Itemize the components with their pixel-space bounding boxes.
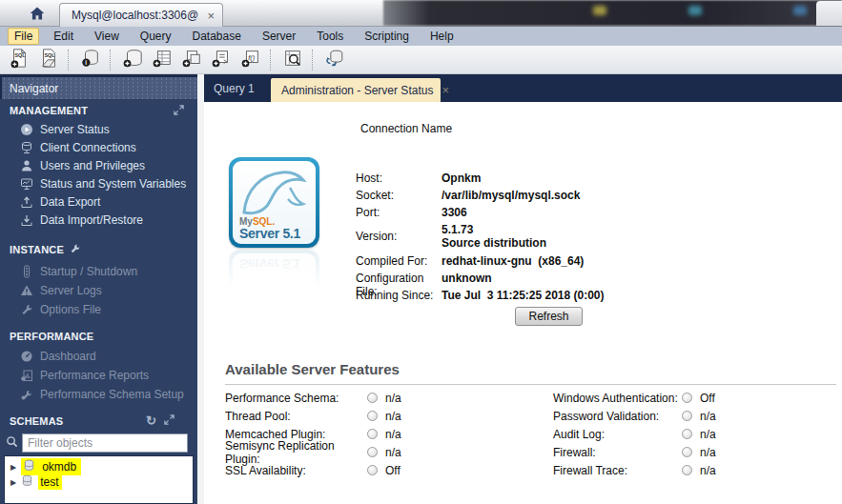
mysql-server-logo: MySQL. Server 5.1 [229, 157, 319, 248]
menu-database[interactable]: Database [182, 28, 252, 45]
feature-label: Semisync Replication Plugin: [225, 439, 367, 466]
menu-edit[interactable]: Edit [43, 28, 84, 45]
create-procedure-icon [211, 48, 232, 71]
schema-filter-input[interactable] [22, 433, 188, 453]
radio-icon[interactable] [367, 411, 378, 421]
tab-query-1-label: Query 1 [214, 82, 255, 95]
inspector-button[interactable]: i [77, 48, 103, 72]
create-function-icon: f() [240, 48, 261, 71]
monitor-graph-icon [19, 177, 33, 191]
section-management-label: MANAGEMENT [10, 105, 88, 116]
open-sql-script-button[interactable]: SQL [35, 48, 61, 72]
search-data-button[interactable] [279, 48, 305, 72]
import-down-arrow-icon [19, 213, 33, 227]
refresh-button[interactable]: Refresh [515, 307, 583, 326]
reconnect-dbms-button[interactable] [321, 48, 347, 72]
expander-triangle-icon[interactable]: ▶ [10, 478, 16, 487]
create-schema-button[interactable] [119, 48, 145, 72]
sidebar-item-data-import-restore[interactable]: Data Import/Restore [19, 212, 143, 229]
sidebar-item-startup-shutdown[interactable]: Startup / Shutdown [19, 263, 137, 280]
wrench-icon [19, 303, 33, 316]
tab-query-1[interactable]: Query 1 [202, 74, 266, 102]
info-label: Socket: [356, 189, 442, 202]
radio-icon[interactable] [367, 429, 378, 439]
create-view-button[interactable] [178, 48, 204, 72]
menu-scripting[interactable]: Scripting [354, 28, 420, 45]
radio-icon[interactable] [682, 411, 692, 421]
feature-firewall-trace: Firewall Trace: n/a [553, 461, 716, 479]
connection-tab[interactable]: Mysql@localhost:3306@10.1... × [59, 3, 223, 27]
tab-admin-close-icon[interactable]: × [442, 84, 449, 96]
create-procedure-button[interactable] [208, 48, 234, 72]
background-window-fragment [816, 1, 842, 26]
expander-triangle-icon[interactable]: ▶ [10, 463, 16, 472]
schema-row-okmdb[interactable]: ▶ okmdb [5, 459, 193, 474]
info-label: Port: [356, 206, 442, 219]
sidebar-item-label: Users and Privileges [40, 159, 145, 172]
create-table-button[interactable] [149, 48, 175, 72]
radio-icon[interactable] [682, 465, 692, 475]
info-value: /var/lib/mysql/mysql.sock [442, 189, 580, 202]
menu-file[interactable]: File [8, 28, 39, 45]
radio-icon[interactable] [682, 447, 692, 457]
sidebar-item-options-file[interactable]: Options File [19, 301, 101, 318]
svg-text:f(): f() [248, 53, 255, 62]
sidebar-item-performance-reports[interactable]: Performance Reports [19, 367, 149, 384]
schema-row-test[interactable]: ▶ test [5, 474, 193, 490]
menu-tools[interactable]: Tools [306, 28, 354, 45]
create-function-button[interactable]: f() [237, 48, 263, 72]
sidebar-item-label: Data Import/Restore [40, 213, 143, 227]
menu-bar: File Edit View Query Database Server Too… [0, 27, 842, 46]
section-instance-label: INSTANCE [10, 244, 64, 255]
feature-windows-authentication: Windows Authentication: Off [553, 389, 716, 407]
sidebar-content-divider[interactable] [197, 74, 204, 504]
radio-icon[interactable] [367, 393, 378, 403]
sidebar-item-performance-schema-setup[interactable]: Performance Schema Setup [19, 386, 184, 403]
tab-administration-server-status[interactable]: Administration - Server Status × [271, 78, 441, 102]
section-performance: PERFORMANCE [10, 331, 93, 342]
home-icon [29, 6, 46, 24]
sidebar-item-server-status[interactable]: Server Status [19, 121, 110, 138]
menu-query[interactable]: Query [130, 28, 182, 45]
features-left-column: Performance Schema: n/a Thread Pool: n/a… [225, 389, 401, 479]
menu-server[interactable]: Server [252, 28, 306, 45]
new-sql-tab-button[interactable]: SQL [6, 48, 31, 72]
menu-view[interactable]: View [84, 28, 130, 45]
window-titlebar: Mysql@localhost:3306@10.1... × [0, 0, 842, 27]
management-expand-icon[interactable] [174, 105, 184, 118]
home-tab[interactable] [17, 3, 57, 27]
sidebar-item-label: Data Export [40, 195, 100, 209]
sidebar-item-dashboard[interactable]: Dashboard [19, 348, 96, 365]
feature-label: Firewall: [553, 446, 682, 459]
info-row-port: Port: 3306 [356, 206, 467, 219]
schemas-expand-icon[interactable] [164, 413, 175, 428]
radio-icon[interactable] [682, 393, 692, 403]
warning-triangle-icon [19, 284, 33, 297]
sidebar-item-client-connections[interactable]: Client Connections [19, 139, 136, 156]
sidebar-item-status-system-variables[interactable]: Status and System Variables [19, 175, 186, 192]
create-view-icon [181, 48, 202, 71]
sidebar-item-users-privileges[interactable]: Users and Privileges [19, 157, 145, 174]
schemas-refresh-icon[interactable]: ↻ [146, 413, 156, 428]
menu-help[interactable]: Help [420, 28, 464, 45]
features-section-title: Available Server Features [225, 361, 400, 377]
traffic-light-icon [19, 265, 33, 278]
new-sql-tab-icon: SQL [9, 48, 30, 71]
svg-text:SQL: SQL [14, 52, 26, 58]
mysql-workbench-window: Mysql@localhost:3306@10.1... × File Edit… [0, 0, 842, 504]
info-label: Host: [356, 171, 442, 185]
connection-tab-close-icon[interactable]: × [207, 10, 215, 22]
section-schemas: SCHEMAS ↻ [10, 415, 186, 427]
sidebar-item-data-export[interactable]: Data Export [19, 193, 100, 211]
section-instance: INSTANCE [10, 243, 81, 256]
feature-value: n/a [700, 446, 716, 459]
radio-icon[interactable] [367, 447, 378, 457]
tab-admin-label: Administration - Server Status [281, 84, 433, 97]
logo-product-name: Server 5.1 [239, 226, 300, 241]
sidebar-item-server-logs[interactable]: Server Logs [19, 282, 102, 299]
inspector-icon: i [80, 48, 101, 71]
schema-name: okmdb [40, 460, 79, 474]
radio-icon[interactable] [682, 429, 692, 439]
toolbar-separator [110, 50, 113, 71]
radio-icon[interactable] [367, 465, 378, 475]
